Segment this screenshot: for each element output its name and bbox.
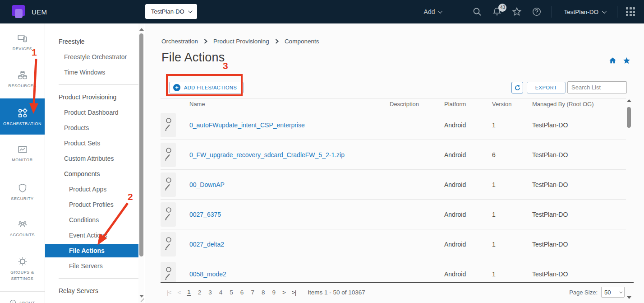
- pagination-page-2[interactable]: 2: [198, 289, 202, 296]
- pagination-page-5[interactable]: 5: [229, 289, 234, 296]
- notification-count-badge: 43: [498, 4, 506, 12]
- table-row: 0027_6375 Android 1 TestPlan-DO: [161, 200, 626, 229]
- scroll-up-arrow-icon[interactable]: [139, 28, 144, 31]
- favorite-star-icon[interactable]: [623, 57, 630, 65]
- pagination-page-8[interactable]: 8: [261, 289, 266, 296]
- row-select-edit-icon[interactable]: [161, 143, 176, 167]
- subnav-item-product-apps[interactable]: Product Apps: [45, 182, 145, 197]
- uem-logo: UEM: [12, 5, 47, 19]
- row-select-edit-icon[interactable]: [161, 172, 176, 197]
- divider: [617, 6, 617, 18]
- subnav-item-conditions[interactable]: Conditions: [45, 212, 145, 228]
- export-button[interactable]: EXPORT: [527, 82, 566, 93]
- pagination-page-7[interactable]: 7: [250, 289, 255, 296]
- notifications-bell-icon[interactable]: 43: [492, 7, 502, 17]
- pagination: |< < 1 2 3 4 5 6 7 8 9 > >| Items 1 - 50…: [167, 286, 365, 298]
- row-select-edit-icon[interactable]: [161, 202, 176, 227]
- row-select-edit-icon[interactable]: [161, 262, 176, 284]
- main-content: Orchestration Product Provisioning Compo…: [145, 23, 644, 303]
- column-header-managed-by[interactable]: Managed By (Root OG): [532, 101, 626, 107]
- search-icon[interactable]: [472, 7, 482, 17]
- sidebar-item-orchestration[interactable]: ORCHESTRATION: [0, 98, 45, 135]
- pagination-page-1[interactable]: 1: [187, 289, 191, 296]
- column-header-description[interactable]: Description: [390, 101, 444, 107]
- home-icon[interactable]: [609, 57, 616, 65]
- breadcrumb-orchestration[interactable]: Orchestration: [161, 38, 198, 45]
- add-menu[interactable]: Add: [424, 8, 442, 15]
- row-select-edit-icon[interactable]: [161, 113, 176, 137]
- scrollbar-thumb[interactable]: [627, 107, 631, 128]
- sidebar-item-groups-settings[interactable]: GROUPS & SETTINGS: [0, 256, 45, 282]
- sidebar-item-accounts[interactable]: ACCOUNTS: [0, 219, 45, 237]
- table-row: 0_FW_upgrade_recovery_sdcard_CradleFW_5_…: [161, 140, 626, 170]
- file-action-link[interactable]: 0_FW_upgrade_recovery_sdcard_CradleFW_5_…: [189, 151, 345, 158]
- subnav-item-event-actions[interactable]: Event Actions: [45, 228, 145, 243]
- subnav-header-relay-servers[interactable]: Relay Servers: [45, 283, 145, 298]
- subnav-item-freestyle-orchestrator[interactable]: Freestyle Orchestrator: [45, 49, 145, 65]
- scroll-down-arrow-icon[interactable]: [627, 296, 631, 299]
- sidebar-item-resources[interactable]: RESOURCES: [0, 70, 45, 88]
- cell-managed-by: TestPlan-DO: [532, 211, 626, 218]
- app-launcher-grid-icon[interactable]: [626, 7, 635, 16]
- page-size-select[interactable]: 50: [601, 287, 625, 298]
- pagination-page-4[interactable]: 4: [219, 289, 223, 296]
- file-action-link[interactable]: 00_DownAP: [189, 181, 225, 188]
- pagination-last-button[interactable]: >|: [292, 289, 296, 296]
- subnav-item-file-servers[interactable]: File Servers: [45, 258, 145, 274]
- subnav-item-file-actions[interactable]: File Actions: [45, 244, 138, 257]
- table-header-row: Name Description Platform Version Manage…: [161, 98, 626, 110]
- pagination-page-3[interactable]: 3: [208, 289, 212, 296]
- subnav-item-custom-attributes[interactable]: Custom Attributes: [45, 151, 145, 166]
- sidebar-item-monitor[interactable]: MONITOR: [0, 144, 45, 162]
- breadcrumb-product-provisioning[interactable]: Product Provisioning: [213, 38, 269, 45]
- sidebar-item-about[interactable]: ABOUT: [0, 296, 45, 303]
- add-files-actions-button[interactable]: + ADD FILES/ACTIONS: [169, 82, 244, 93]
- table-scrollbar[interactable]: [626, 98, 632, 302]
- row-select-edit-icon[interactable]: [161, 232, 176, 256]
- breadcrumb: Orchestration Product Provisioning Compo…: [161, 38, 319, 45]
- scroll-up-arrow-icon[interactable]: [627, 99, 631, 102]
- chevron-down-icon: [188, 9, 193, 13]
- file-action-link[interactable]: 0058_mode2: [189, 270, 226, 278]
- subnav-item-products[interactable]: Products: [45, 120, 145, 135]
- org-selector-dropdown[interactable]: TestPlan-DO: [145, 4, 197, 19]
- file-action-link[interactable]: 0027_delta2: [189, 241, 224, 248]
- pagination-page-9[interactable]: 9: [271, 289, 276, 296]
- help-icon[interactable]: [532, 7, 542, 17]
- pagination-first-button[interactable]: |<: [167, 289, 171, 296]
- cell-platform: Android: [444, 181, 492, 188]
- file-action-link[interactable]: 0027_6375: [189, 211, 221, 218]
- chevron-down-icon: [438, 9, 442, 14]
- subnav-item-product-dashboard[interactable]: Product Dashboard: [45, 105, 145, 120]
- breadcrumb-components[interactable]: Components: [285, 38, 319, 45]
- primary-nav-rail: DEVICES RESOURCES ORCHESTRATION MONITOR …: [0, 23, 45, 303]
- table-row: 0_autoFWupdate_intent_CSP_enterprise And…: [161, 110, 626, 140]
- subnav-item-product-sets[interactable]: Product Sets: [45, 135, 145, 151]
- pagination-prev-button[interactable]: <: [177, 289, 180, 296]
- subnav-item-time-windows[interactable]: Time Windows: [45, 65, 145, 80]
- subnav-item-product-profiles[interactable]: Product Profiles: [45, 197, 145, 212]
- subnav-scrollbar[interactable]: [138, 23, 144, 303]
- favorites-star-icon[interactable]: [512, 7, 522, 17]
- file-action-link[interactable]: 0_autoFWupdate_intent_CSP_enterprise: [189, 121, 305, 129]
- pagination-next-button[interactable]: >: [282, 289, 285, 296]
- sidebar-item-devices[interactable]: DEVICES: [0, 33, 45, 51]
- subnav-header-product-provisioning[interactable]: Product Provisioning: [45, 89, 145, 105]
- divider: [0, 291, 45, 292]
- page-size-label: Page Size:: [569, 289, 598, 296]
- refresh-button[interactable]: [511, 82, 523, 93]
- column-header-name[interactable]: Name: [189, 101, 390, 107]
- column-header-version[interactable]: Version: [492, 101, 532, 107]
- account-dropdown[interactable]: TestPlan-DO: [564, 9, 605, 15]
- cell-version: 1: [492, 121, 532, 129]
- search-input[interactable]: [567, 81, 627, 93]
- subnav-header-freestyle[interactable]: Freestyle: [45, 34, 145, 49]
- pagination-page-6[interactable]: 6: [240, 289, 244, 296]
- page-size-control: Page Size: 50: [569, 287, 625, 298]
- divider: [59, 278, 138, 279]
- cell-version: 1: [492, 270, 532, 278]
- sidebar-item-security[interactable]: SECURITY: [0, 182, 45, 201]
- column-header-platform[interactable]: Platform: [444, 101, 492, 107]
- subnav-header-components[interactable]: Components: [45, 166, 145, 182]
- scrollbar-thumb[interactable]: [139, 33, 143, 256]
